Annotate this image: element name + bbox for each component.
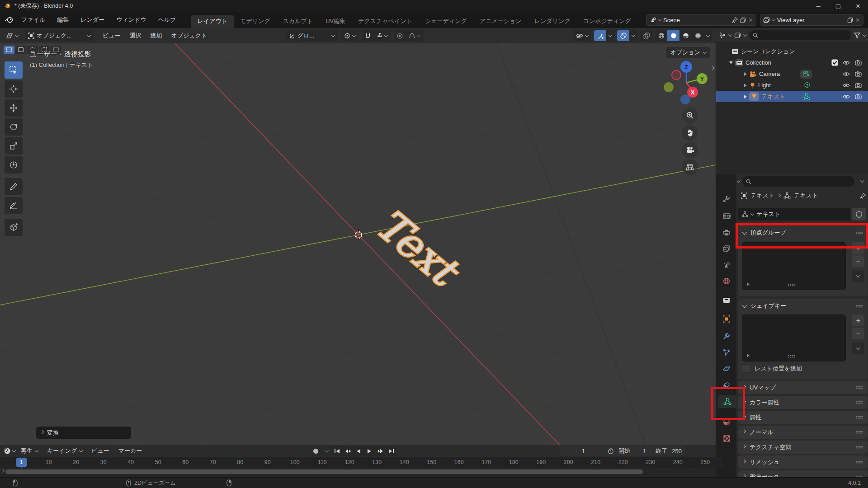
properties-search-input[interactable]: [742, 176, 854, 187]
outliner-row-scene-collection[interactable]: シーンコレクション: [716, 46, 868, 57]
pin-icon[interactable]: [732, 17, 738, 23]
tab-tool[interactable]: [719, 192, 734, 205]
camera-view-button[interactable]: [682, 142, 698, 158]
workspace-tab[interactable]: テクスチャペイント: [352, 15, 419, 28]
mesh-data-icon[interactable]: [800, 92, 812, 101]
editor-type-button[interactable]: [3, 30, 21, 41]
tool-cursor[interactable]: [5, 80, 23, 98]
tab-object-data[interactable]: [718, 395, 736, 408]
light-data-icon[interactable]: [801, 81, 813, 90]
vertex-groups-list[interactable]: [742, 242, 846, 290]
jump-to-end-button[interactable]: [386, 446, 396, 456]
tab-world[interactable]: [719, 275, 734, 287]
menu-item[interactable]: ウィンドウ: [110, 12, 152, 28]
filter-dropdown[interactable]: [857, 176, 868, 187]
panel-grip-icon[interactable]: [855, 386, 863, 389]
breadcrumb-data-name[interactable]: テキスト: [794, 192, 818, 200]
panel-grip-icon[interactable]: [855, 305, 863, 308]
outliner-search-input[interactable]: [749, 30, 851, 40]
new-viewlayer-icon[interactable]: [847, 17, 853, 23]
ortho-toggle-button[interactable]: [682, 159, 698, 175]
snap-settings-dropdown[interactable]: [374, 30, 391, 41]
add-vertex-group-button[interactable]: ＋: [852, 242, 864, 254]
add-shape-key-button[interactable]: ＋: [852, 314, 864, 326]
tab-collection[interactable]: [719, 294, 734, 306]
chevron-down-icon[interactable]: [728, 33, 732, 36]
menu-item[interactable]: 編集: [51, 12, 75, 28]
hide-eye-icon[interactable]: [842, 81, 851, 89]
keying-menu[interactable]: キーイング: [43, 447, 86, 455]
marker-menu[interactable]: マーカー: [115, 447, 146, 455]
viewport-menu-item[interactable]: オブジェクト: [167, 32, 212, 40]
snap-toggle[interactable]: [362, 30, 374, 41]
panel-grip-icon[interactable]: [855, 401, 863, 404]
viewport-menu-item[interactable]: 追加: [146, 32, 167, 40]
next-keyframe-button[interactable]: [375, 446, 386, 456]
tab-texture[interactable]: [719, 432, 734, 445]
rest-position-checkbox[interactable]: [742, 364, 750, 373]
panel-grip-icon[interactable]: [855, 431, 863, 434]
shape-key-specials-button[interactable]: [852, 343, 864, 354]
select-box-button[interactable]: [15, 46, 26, 54]
outliner-row-camera[interactable]: Camera: [716, 68, 868, 80]
viewport-menu-item[interactable]: 選択: [125, 32, 146, 40]
blender-menu-logo-icon[interactable]: [5, 17, 14, 23]
tab-viewlayer[interactable]: [719, 242, 734, 255]
zoom-button[interactable]: [682, 108, 698, 124]
end-value[interactable]: 250: [672, 448, 682, 455]
tab-particles[interactable]: [719, 346, 734, 359]
collection-checkbox[interactable]: [830, 58, 839, 67]
visibility-dropdown[interactable]: [573, 30, 591, 41]
menu-item[interactable]: ファイル: [15, 12, 51, 28]
pan-button[interactable]: [682, 125, 698, 141]
close-button[interactable]: ✕: [848, 0, 868, 12]
options-dropdown[interactable]: オプション: [666, 47, 710, 58]
workspace-tab[interactable]: シェーディング: [419, 15, 473, 28]
tool-scale[interactable]: [5, 137, 23, 155]
shading-solid-button[interactable]: [667, 30, 679, 41]
disable-render-icon[interactable]: [854, 70, 863, 78]
disable-render-icon[interactable]: [854, 92, 863, 101]
panel-grip-icon[interactable]: [855, 446, 863, 449]
horizontal-scrollbar[interactable]: [5, 469, 643, 474]
filter-icon[interactable]: [854, 33, 860, 38]
auto-key-button[interactable]: [309, 446, 322, 456]
gizmo-neg-x[interactable]: [672, 70, 681, 80]
expand-icon[interactable]: [729, 61, 733, 64]
panel-header[interactable]: 属性: [738, 411, 868, 424]
gizmo-neg-y[interactable]: [664, 82, 674, 92]
tab-modifiers[interactable]: [719, 330, 734, 343]
select-tweak-button[interactable]: [4, 46, 14, 54]
gizmo-toggle[interactable]: [594, 30, 606, 41]
pivot-dropdown[interactable]: [341, 30, 359, 41]
timeline-ruler[interactable]: 1102030405060708090100110120130140150160…: [0, 457, 723, 468]
disable-render-icon[interactable]: [854, 58, 863, 67]
text-object[interactable]: Text: [312, 179, 502, 333]
disable-render-icon[interactable]: [854, 81, 863, 89]
panel-grip-icon[interactable]: [855, 416, 863, 419]
chevron-down-icon[interactable]: [737, 179, 741, 183]
tab-constraints[interactable]: [719, 379, 734, 391]
shading-material-button[interactable]: [679, 30, 692, 41]
chevron-down-icon[interactable]: [743, 33, 747, 36]
playback-menu[interactable]: 再生: [17, 447, 42, 455]
camera-data-icon[interactable]: [800, 70, 812, 79]
list-grip-icon[interactable]: [788, 355, 795, 358]
tab-object[interactable]: [719, 313, 734, 325]
orientation-dropdown[interactable]: グロ...: [286, 30, 338, 41]
remove-shape-key-button[interactable]: －: [852, 328, 864, 339]
view-menu[interactable]: ビュー: [88, 447, 113, 455]
tool-add-cube[interactable]: [5, 219, 23, 236]
previous-keyframe-button[interactable]: [342, 446, 353, 456]
overlays-dropdown[interactable]: [629, 30, 637, 41]
panel-grip-icon[interactable]: [855, 460, 863, 464]
breadcrumb-object-name[interactable]: テキスト: [750, 192, 774, 200]
outliner-editor-icon[interactable]: [719, 32, 726, 38]
gizmo-dropdown[interactable]: [606, 30, 614, 41]
tool-annotate[interactable]: [5, 178, 23, 195]
panel-header[interactable]: カラー属性: [738, 396, 868, 409]
xray-toggle[interactable]: [640, 30, 652, 41]
list-expand-icon[interactable]: [747, 354, 750, 357]
navigation-gizmo[interactable]: Z Y X: [661, 57, 712, 109]
outliner-row-light[interactable]: Light: [716, 80, 868, 91]
